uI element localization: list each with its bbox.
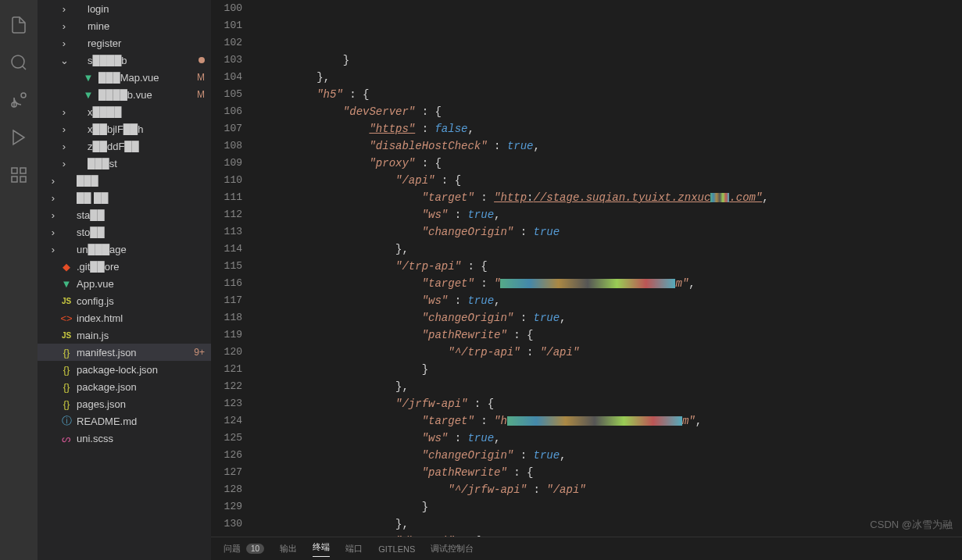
- code-line[interactable]: }: [264, 361, 962, 378]
- line-number: 126: [211, 447, 242, 464]
- folder-item[interactable]: ›register: [38, 34, 211, 52]
- extensions-icon[interactable]: [0, 156, 38, 194]
- folder-item[interactable]: ›x████: [38, 103, 211, 120]
- tab-gitlens[interactable]: GITLENS: [378, 544, 415, 554]
- tree-item-label: App.vue: [77, 278, 205, 290]
- code-line[interactable]: },: [264, 378, 962, 395]
- chevron-icon: ›: [47, 209, 59, 221]
- folder-item[interactable]: ›mine: [38, 17, 211, 34]
- file-item[interactable]: JSconfig.js: [38, 292, 211, 309]
- line-number: 104: [211, 69, 242, 86]
- line-number: 122: [211, 378, 242, 395]
- file-item[interactable]: ◆.git██ore: [38, 258, 211, 275]
- folder-item[interactable]: ›x██bjlF██h: [38, 120, 211, 137]
- code-line[interactable]: "/jrfw-api" : {: [264, 395, 962, 412]
- code-line[interactable]: "pathRewrite" : {: [264, 326, 962, 344]
- folder-item[interactable]: ›███: [38, 172, 211, 189]
- code-line[interactable]: "ws" : true,: [264, 292, 962, 309]
- tab-ports[interactable]: 端口: [345, 543, 363, 555]
- file-type-icon: {}: [59, 398, 73, 410]
- folder-item[interactable]: ›██ ██: [38, 189, 211, 206]
- tree-item-label: index.html: [77, 312, 205, 324]
- code-content[interactable]: } }, "h5" : { "devServer" : { "https" : …: [258, 0, 962, 537]
- file-item[interactable]: ⓘREADME.md: [38, 412, 211, 430]
- code-line[interactable]: "changeOrigin" : true: [264, 223, 962, 241]
- tree-item-label: sta██: [77, 209, 205, 221]
- folder-item[interactable]: ⌄s████b: [38, 52, 211, 69]
- tab-terminal[interactable]: 终端: [313, 541, 330, 557]
- folder-item[interactable]: ›z██ddF██: [38, 137, 211, 155]
- tree-item-label: z██ddF██: [88, 141, 205, 152]
- file-type-icon: ▼: [81, 72, 95, 84]
- code-line[interactable]: "devServer" : {: [264, 103, 962, 120]
- file-item[interactable]: {}pages.json: [38, 395, 211, 412]
- code-line[interactable]: },: [264, 515, 962, 533]
- chevron-icon: ⌄: [58, 55, 70, 66]
- folder-item[interactable]: ›login: [38, 0, 211, 17]
- svg-marker-3: [13, 130, 24, 144]
- svg-point-1: [21, 93, 26, 98]
- file-type-icon: {}: [59, 364, 73, 376]
- folder-item[interactable]: ›███st: [38, 155, 211, 172]
- folder-item[interactable]: ›sto██: [38, 223, 211, 241]
- file-item[interactable]: JSmain.js: [38, 326, 211, 344]
- line-number: 129: [211, 498, 242, 515]
- code-line[interactable]: "disableHostCheck" : true,: [264, 137, 962, 155]
- folder-item[interactable]: ›un███age: [38, 241, 211, 258]
- source-control-icon[interactable]: [0, 81, 38, 119]
- files-icon[interactable]: [0, 6, 38, 44]
- search-icon[interactable]: [0, 44, 38, 81]
- code-line[interactable]: "ws" : true,: [264, 430, 962, 447]
- code-line[interactable]: "pathRewrite" : {: [264, 464, 962, 481]
- tree-item-label: .git██ore: [77, 261, 205, 273]
- code-line[interactable]: }: [264, 498, 962, 515]
- file-item[interactable]: ▼App.vue: [38, 275, 211, 292]
- modified-badge: 9+: [194, 347, 205, 358]
- folder-item[interactable]: ›sta██: [38, 206, 211, 223]
- line-number: 105: [211, 86, 242, 103]
- tree-item-label: login: [88, 3, 205, 15]
- code-line[interactable]: }: [264, 52, 962, 69]
- code-line[interactable]: "https" : false,: [264, 120, 962, 137]
- code-line[interactable]: "^/trp-api" : "/api": [264, 344, 962, 361]
- tab-output[interactable]: 输出: [280, 543, 297, 555]
- line-number: 113: [211, 223, 242, 241]
- file-item[interactable]: <>index.html: [38, 309, 211, 326]
- tree-item-label: mine: [88, 20, 205, 32]
- code-line[interactable]: "^/jrfw-api" : "/api": [264, 481, 962, 498]
- line-number: 100: [211, 0, 242, 17]
- code-line[interactable]: "/trp-api" : {: [264, 258, 962, 275]
- code-line[interactable]: "/bx-api" : {: [264, 533, 962, 537]
- line-number: 111: [211, 189, 242, 206]
- line-number: 123: [211, 395, 242, 412]
- tab-debug[interactable]: 调试控制台: [431, 543, 474, 555]
- code-line[interactable]: "target" : "http://stage.suqian.tyuixt.z…: [264, 189, 962, 206]
- line-gutter: 1001011021031041051061071081091101111121…: [211, 0, 258, 537]
- line-number: 115: [211, 258, 242, 275]
- code-line[interactable]: "target" : "hm",: [264, 412, 962, 430]
- code-line[interactable]: "proxy" : {: [264, 155, 962, 172]
- code-line[interactable]: "changeOrigin" : true,: [264, 309, 962, 326]
- code-line[interactable]: "target" : "m",: [264, 275, 962, 292]
- line-number: 118: [211, 309, 242, 326]
- file-item[interactable]: {}manifest.json9+: [38, 344, 211, 361]
- line-number: 114: [211, 241, 242, 258]
- code-line[interactable]: "h5" : {: [264, 86, 962, 103]
- file-item[interactable]: ᔕuni.scss: [38, 430, 211, 447]
- file-item[interactable]: {}package.json: [38, 378, 211, 395]
- code-line[interactable]: },: [264, 241, 962, 258]
- explorer-sidebar[interactable]: ›login›mine›register⌄s████b▼███Map.vueM▼…: [38, 0, 211, 560]
- line-number: 117: [211, 292, 242, 309]
- debug-icon[interactable]: [0, 119, 38, 156]
- tab-problems[interactable]: 问题 10: [224, 543, 264, 555]
- file-item[interactable]: ▼███Map.vueM: [38, 69, 211, 86]
- code-line[interactable]: "/api" : {: [264, 172, 962, 189]
- tree-item-label: un███age: [77, 244, 205, 255]
- code-line[interactable]: "ws" : true,: [264, 206, 962, 223]
- tree-item-label: package.json: [77, 381, 205, 393]
- scrollbar[interactable]: [953, 0, 960, 537]
- code-line[interactable]: },: [264, 69, 962, 86]
- file-item[interactable]: {}package-lock.json: [38, 361, 211, 378]
- code-line[interactable]: "changeOrigin" : true,: [264, 447, 962, 464]
- file-item[interactable]: ▼████b.vueM: [38, 86, 211, 103]
